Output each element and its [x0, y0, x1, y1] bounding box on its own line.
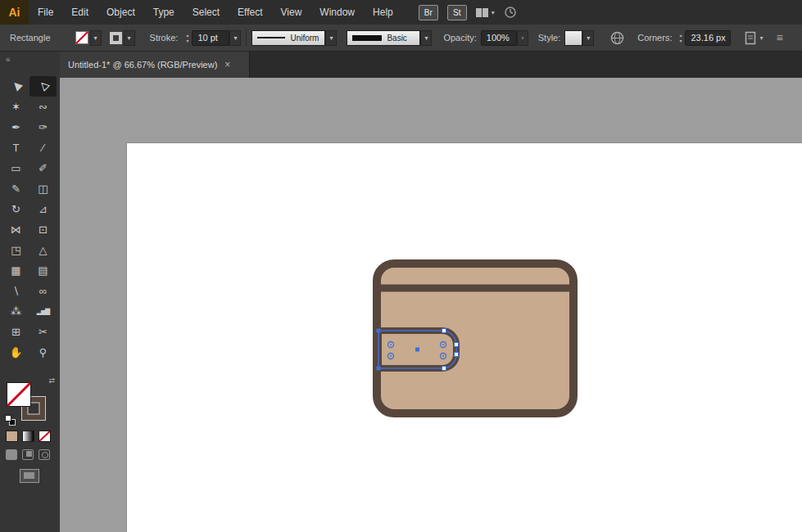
corners-field[interactable]: 23.16 px [685, 30, 731, 46]
rotate-tool[interactable]: ↻ [2, 199, 29, 219]
align-panel-icon[interactable]: ≡ [776, 31, 782, 44]
swap-fill-stroke-icon[interactable]: ⇄ [48, 376, 55, 385]
color-button[interactable] [6, 431, 18, 442]
shape-builder-tool[interactable]: ◳ [2, 240, 29, 260]
corners-stepper[interactable]: ▴ ▾ [676, 30, 685, 46]
lasso-tool[interactable]: ∾ [29, 97, 57, 117]
document-setup-icon[interactable] [744, 31, 757, 45]
slice-tool[interactable]: ✂ [29, 322, 57, 342]
control-bar: Rectangle ▾ ▾ Stroke: ▴ ▾ 10 pt ▾ Unifor… [0, 25, 802, 52]
draw-inside-button[interactable] [39, 449, 50, 460]
style-swatch[interactable] [564, 30, 582, 46]
menu-type[interactable]: Type [144, 0, 184, 25]
shape-builder-tool-icon: ◳ [11, 244, 20, 256]
sync-settings-icon[interactable] [504, 6, 517, 19]
width-profile-dropdown[interactable]: Uniform [251, 30, 325, 46]
eraser-tool[interactable]: ◫ [29, 178, 57, 199]
curvature-tool[interactable]: ✑ [29, 117, 57, 138]
default-fill-stroke-icon[interactable] [5, 415, 16, 426]
eyedropper-tool[interactable]: ∖ [2, 281, 29, 301]
shaper-tool-icon: ✎ [11, 183, 20, 195]
zoom-tool[interactable]: ⚲ [29, 342, 57, 363]
direct-selection-tool[interactable]: ▷ [29, 76, 57, 97]
width-tool[interactable]: ⋈ [2, 219, 29, 240]
type-tool[interactable]: T [2, 138, 29, 158]
menu-bar-right: Br St ▾ [419, 0, 517, 25]
fill-dropdown-chevron[interactable]: ▾ [90, 30, 102, 46]
drawing-mode-buttons [6, 449, 50, 460]
menu-object[interactable]: Object [97, 0, 144, 25]
tab-close-icon[interactable]: × [224, 59, 230, 70]
stroke-color-swatch[interactable] [110, 32, 122, 44]
mesh-tool[interactable]: ▦ [2, 260, 29, 281]
recolor-artwork-icon[interactable] [610, 31, 624, 45]
stepper-down-icon[interactable]: ▾ [679, 38, 682, 43]
gradient-tool[interactable]: ▤ [29, 260, 57, 281]
magic-wand-tool[interactable]: ✶ [2, 97, 29, 117]
document-tab[interactable]: Untitled-1* @ 66.67% (RGB/Preview) × [60, 52, 250, 78]
profile-label: Uniform [290, 34, 319, 43]
selection-tool-icon: ▶ [9, 79, 24, 94]
brush-label: Basic [387, 34, 406, 43]
chevron-down-icon: ▾ [492, 9, 495, 16]
shaper-tool[interactable]: ✎ [2, 178, 29, 199]
opacity-field[interactable]: 100% [481, 30, 517, 46]
menu-view[interactable]: View [272, 0, 311, 25]
paintbrush-tool[interactable]: ✐ [29, 158, 57, 178]
stroke-weight-chevron[interactable]: ▾ [229, 30, 241, 46]
selection-tool[interactable]: ▶ [2, 76, 29, 97]
blend-tool[interactable]: ∞ [29, 281, 57, 301]
draw-normal-button[interactable] [6, 449, 17, 460]
brush-chevron[interactable]: ▾ [420, 30, 432, 46]
canvas-pasteboard[interactable] [60, 78, 802, 532]
stepper-down-icon[interactable]: ▾ [186, 38, 188, 43]
stepper-up-icon[interactable]: ▴ [679, 33, 682, 38]
stroke-weight-stepper[interactable]: ▴ ▾ [183, 30, 192, 46]
document-setup-chevron[interactable]: ▾ [759, 34, 763, 42]
stroke-dropdown-chevron[interactable]: ▾ [124, 30, 135, 46]
opacity-chevron[interactable]: › [517, 30, 528, 46]
artboard-tool[interactable]: ⊞ [2, 322, 29, 342]
graphic-styles-button[interactable]: St [447, 5, 467, 20]
fill-color-swatch[interactable] [75, 31, 88, 44]
fill-indicator[interactable] [7, 382, 31, 407]
free-transform-tool-icon: ⊡ [39, 223, 48, 236]
hand-tool[interactable]: ✋ [2, 342, 29, 363]
menu-file[interactable]: File [29, 0, 62, 25]
pen-tool[interactable]: ✒ [2, 117, 29, 138]
artboard[interactable] [127, 143, 802, 532]
draw-behind-button[interactable] [22, 449, 34, 460]
column-graph-tool[interactable]: ▂▅▇ [29, 301, 57, 322]
stroke-label: Stroke: [150, 33, 179, 43]
brushes-button[interactable]: Br [419, 5, 438, 20]
pen-tool-icon: ✒ [11, 121, 20, 133]
free-transform-tool[interactable]: ⊡ [29, 219, 57, 240]
direct-selection-tool-icon: ▷ [36, 79, 51, 94]
profile-preview-line [257, 37, 285, 38]
corners-label: Corners: [637, 33, 672, 43]
profile-chevron[interactable]: ▾ [325, 30, 337, 46]
workspace-switcher[interactable]: ▾ [476, 8, 495, 17]
stepper-up-icon[interactable]: ▴ [186, 33, 188, 38]
perspective-grid-tool[interactable]: △ [29, 240, 57, 260]
menu-edit[interactable]: Edit [62, 0, 97, 25]
paint-buttons [6, 431, 51, 442]
menu-help[interactable]: Help [364, 0, 402, 25]
brush-dropdown[interactable]: Basic [347, 30, 420, 46]
rectangle-tool[interactable]: ▭ [2, 158, 29, 178]
gradient-tool-icon: ▤ [38, 264, 48, 277]
separator [246, 29, 247, 47]
line-segment-tool-icon: ∕ [42, 142, 43, 154]
collapse-panel-button[interactable]: « [0, 52, 60, 64]
style-chevron[interactable]: ▾ [582, 30, 594, 46]
line-segment-tool[interactable]: ∕ [29, 138, 57, 158]
gradient-button[interactable] [22, 431, 34, 442]
stroke-weight-field[interactable]: 10 pt [192, 30, 229, 46]
menu-window[interactable]: Window [310, 0, 364, 25]
menu-select[interactable]: Select [184, 0, 229, 25]
menu-effect[interactable]: Effect [229, 0, 271, 25]
symbol-sprayer-tool[interactable]: ⁂ [2, 301, 29, 322]
none-button[interactable] [39, 431, 51, 442]
scale-tool[interactable]: ⊿ [29, 199, 57, 219]
screen-mode-button[interactable] [20, 469, 39, 483]
